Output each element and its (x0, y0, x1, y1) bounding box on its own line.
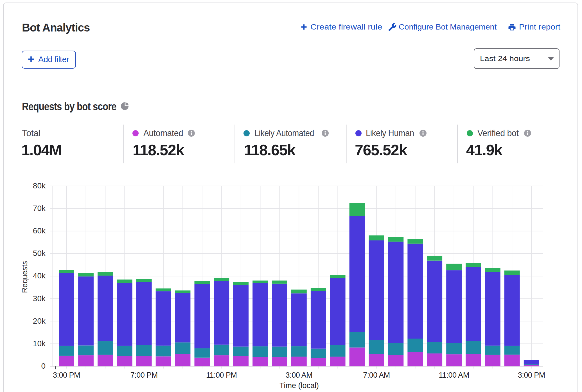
svg-text:3:00 PM: 3:00 PM (53, 371, 80, 379)
svg-text:3:00 PM: 3:00 PM (518, 371, 545, 379)
svg-text:70k: 70k (33, 204, 46, 213)
svg-text:40k: 40k (33, 271, 46, 280)
svg-text:7:00 PM: 7:00 PM (130, 371, 158, 379)
svg-text:11:00 AM: 11:00 AM (439, 371, 469, 379)
svg-text:50k: 50k (33, 249, 46, 258)
svg-text:11:00 PM: 11:00 PM (206, 371, 237, 379)
svg-text:20k: 20k (33, 317, 46, 325)
svg-text:30k: 30k (33, 294, 46, 303)
svg-text:0: 0 (41, 362, 46, 370)
svg-text:Requests: Requests (21, 261, 29, 293)
svg-text:7:00 AM: 7:00 AM (363, 371, 390, 379)
svg-text:80k: 80k (33, 181, 46, 190)
svg-text:Time (local): Time (local) (279, 381, 319, 390)
svg-text:60k: 60k (33, 226, 46, 235)
svg-text:10k: 10k (33, 339, 46, 348)
svg-text:3:00 AM: 3:00 AM (286, 371, 313, 379)
